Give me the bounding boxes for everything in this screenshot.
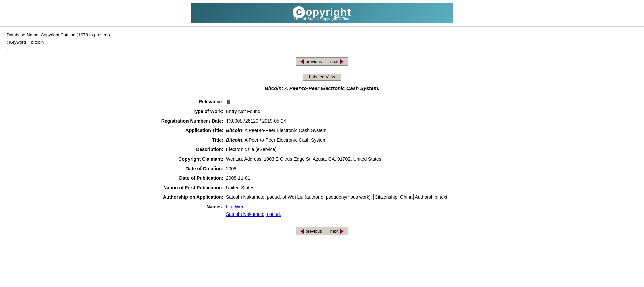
label-names: Names: [138,202,225,219]
logo-wrap: C opyright United States Copyright Offic… [293,6,351,21]
labeled-view-label: Labeled View [309,74,335,79]
label-type-of-work: Type of Work: [138,107,225,116]
previous-button-top[interactable]: previous [296,57,326,66]
nav-top: previous next [7,57,637,66]
field-date-of-creation: Date of Creation: 2008 [138,164,506,173]
value-copyright-claimant: Wei Liu. Address: 1003 E Citrus Edge St,… [225,154,506,164]
field-type-of-work: Type of Work: Entry Not Found [138,107,506,116]
logo-c-icon: C [293,6,305,18]
field-description: Description: Electronic file (eService) [138,145,506,154]
arrow-right-bottom-icon [340,229,344,234]
field-application-title: Application Title: Bitcoin: A Peer-to-Pe… [138,126,506,135]
field-registration-number: Registration Number / Date: TX0008726120… [138,116,506,126]
label-authorship: Authorship on Application: [138,192,225,202]
value-application-title: Bitcoin: A Peer-to-Peer Electronic Cash … [225,126,506,135]
name-link-satoshi[interactable]: Satoshi Nakamoto, pseud. [226,211,281,217]
previous-button-bottom[interactable]: previous [296,227,326,235]
next-button-top[interactable]: next [326,57,348,66]
main-content: Database Name: Copyright Catalog (1978 t… [0,27,644,245]
label-title: Title: [138,135,225,145]
title-bitcoin: Bitcoin [226,137,242,143]
field-copyright-claimant: Copyright Claimant: Wei Liu. Address: 10… [138,154,506,164]
label-nation-of-first-publication: Nation of First Publication: [138,183,225,192]
label-registration-number: Registration Number / Date: [138,116,225,126]
label-date-of-creation: Date of Creation: [138,164,225,173]
logo-line: C opyright [293,6,351,18]
labeled-view-row: Labeled View [7,73,637,81]
field-date-of-publication: Date of Publication: 2008-11-01 [138,173,506,183]
app-title-rest: : A Peer-to-Peer Electronic Cash System. [242,128,328,133]
relevance-bar-icon [227,100,230,104]
authorship-pre: Satoshi Nakamoto, pseud. of Wei Liu (aut… [226,194,373,200]
value-date-of-publication: 2008-11-01 [225,173,506,183]
label-copyright-claimant: Copyright Claimant: [138,154,225,164]
value-type-of-work: Entry Not Found [225,107,506,116]
header-subtitle: United States Copyright Office [294,17,350,21]
label-date-of-publication: Date of Publication: [138,173,225,183]
value-names: Liu, Wei Satoshi Nakamoto, pseud. [225,202,506,219]
next-label-bottom: next [330,229,339,234]
db-info-line1: Database Name: Copyright Catalog (1978 t… [7,31,637,39]
arrow-right-icon [340,59,344,64]
value-title: Bitcoin: A Peer-to-Peer Electronic Cash … [225,135,506,145]
value-registration-number: TX0008726120 / 2019-05-24 [225,116,506,126]
next-label-top: next [330,59,339,64]
title-rest: : A Peer-to-Peer Electronic Cash System. [242,137,328,143]
label-application-title: Application Title: [138,126,225,135]
record-title: Bitcoin: A Peer-to-Peer Electronic Cash … [7,85,637,91]
next-button-bottom[interactable]: next [326,227,348,235]
field-relevance: Relevance: [138,97,506,106]
field-authorship: Authorship on Application: Satoshi Nakam… [138,192,506,202]
authorship-post: Authorship: text. [414,194,448,200]
label-relevance: Relevance: [138,97,225,106]
db-info: Database Name: Copyright Catalog (1978 t… [7,31,637,53]
value-description: Electronic file (eService) [225,145,506,154]
arrow-left-icon [300,59,304,64]
db-info-line3: : [7,46,637,53]
name-link-liu-wei[interactable]: Liu, Wei [226,204,243,209]
value-date-of-creation: 2008 [225,164,506,173]
previous-label-top: previous [306,59,322,64]
db-info-line2: : Keyword = bitcoin [7,39,637,46]
page-header: C opyright United States Copyright Offic… [0,0,644,27]
field-names: Names: Liu, Wei Satoshi Nakamoto, pseud. [138,202,506,219]
app-title-bitcoin: Bitcoin [226,128,242,133]
label-description: Description: [138,145,225,154]
header-banner: C opyright United States Copyright Offic… [191,3,453,23]
field-nation-of-first-publication: Nation of First Publication: United Stat… [138,183,506,192]
fields-table: Relevance: Type of Work: Entry Not Found… [138,97,506,219]
citizenship-highlight: Citizenship: China [373,194,414,200]
previous-label-bottom: previous [306,229,322,234]
value-nation-of-first-publication: United States [225,183,506,192]
field-title: Title: Bitcoin: A Peer-to-Peer Electroni… [138,135,506,145]
nav-bottom: previous next [7,227,637,235]
value-relevance [225,97,506,106]
labeled-view-button[interactable]: Labeled View [303,73,341,81]
arrow-left-bottom-icon [300,229,304,234]
logo-text: opyright [306,6,351,18]
divider-top [7,69,637,69]
value-authorship: Satoshi Nakamoto, pseud. of Wei Liu (aut… [225,192,506,202]
